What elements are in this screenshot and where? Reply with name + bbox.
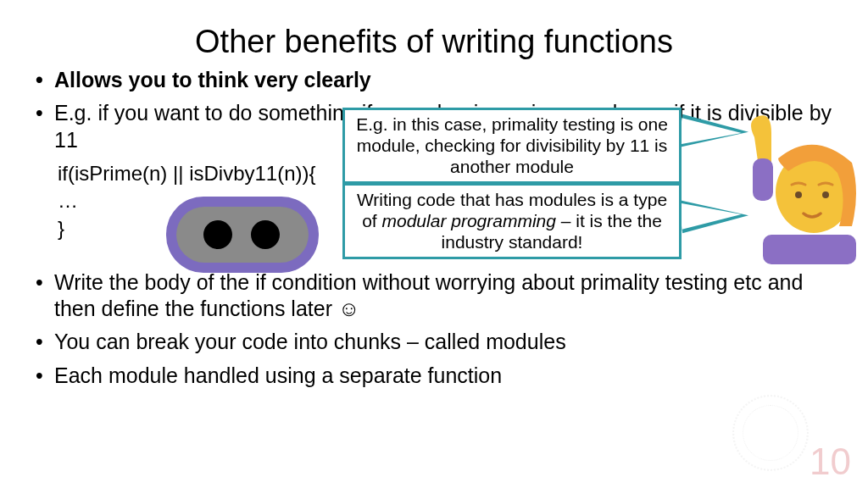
callout-2-part-b: modular programming (382, 211, 556, 230)
watermark-seal-icon (732, 395, 809, 471)
page-number: 10 (810, 441, 851, 483)
svg-rect-1 (763, 235, 856, 264)
person-raising-hand-icon (737, 112, 865, 264)
svg-point-4 (822, 191, 829, 198)
rounded-shape-icon (166, 197, 319, 273)
callout-1: E.g. in this case, primality testing is … (342, 108, 682, 184)
svg-point-3 (795, 191, 802, 198)
callout-2: Writing code that has modules is a type … (342, 183, 682, 259)
slide-title: Other benefits of writing functions (0, 0, 868, 67)
bullet-3: Write the body of the if condition witho… (36, 269, 832, 323)
svg-rect-0 (753, 158, 773, 201)
bullet-4: You can break your code into chunks – ca… (36, 329, 832, 355)
bullet-1: Allows you to think very clearly (36, 67, 832, 93)
bullet-5: Each module handled using a separate fun… (36, 363, 832, 389)
